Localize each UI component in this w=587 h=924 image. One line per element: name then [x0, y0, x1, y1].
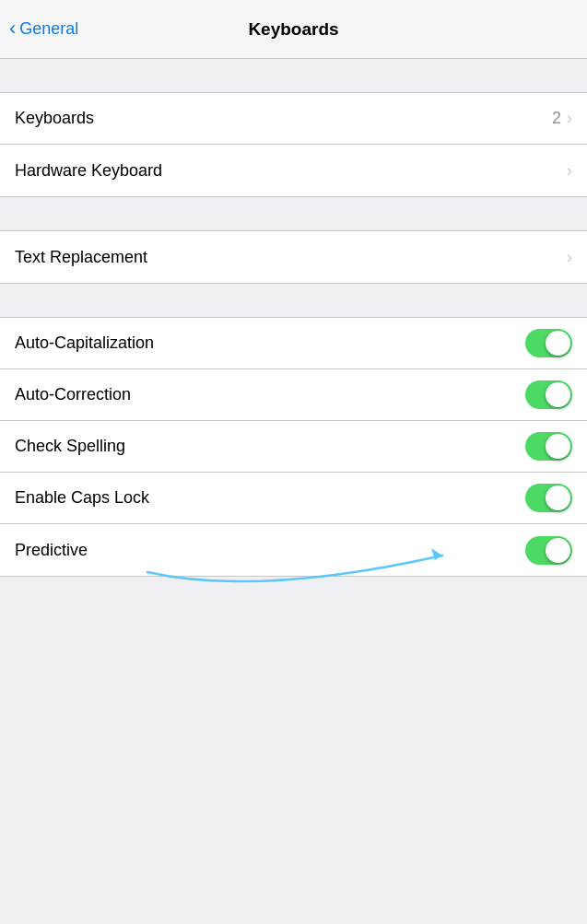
row-right-check-spelling	[525, 432, 572, 461]
group-keyboards: Keyboards2›Hardware Keyboard›	[0, 92, 587, 197]
toggle-enable-caps-lock[interactable]	[525, 484, 572, 512]
value-keyboards: 2	[552, 109, 561, 128]
row-auto-correction[interactable]: Auto-Correction	[0, 369, 587, 421]
row-check-spelling[interactable]: Check Spelling	[0, 421, 587, 473]
section-spacer-0	[0, 59, 587, 92]
label-enable-caps-lock: Enable Caps Lock	[15, 488, 149, 508]
nav-bar: ‹ General Keyboards	[0, 0, 587, 59]
row-right-predictive	[525, 536, 572, 565]
row-predictive[interactable]: Predictive	[0, 524, 587, 576]
page-title: Keyboards	[248, 19, 338, 40]
toggle-auto-correction[interactable]	[525, 380, 572, 409]
bottom-spacer	[0, 577, 587, 610]
group-text: Text Replacement›	[0, 230, 587, 284]
toggle-auto-capitalization[interactable]	[525, 329, 572, 357]
row-right-auto-correction	[525, 380, 572, 409]
row-right-auto-capitalization	[525, 329, 572, 357]
toggle-predictive[interactable]	[525, 536, 572, 565]
settings-container: Keyboards2›Hardware Keyboard›Text Replac…	[0, 59, 587, 610]
group-toggles: Auto-CapitalizationAuto-CorrectionCheck …	[0, 317, 587, 577]
row-auto-capitalization[interactable]: Auto-Capitalization	[0, 318, 587, 369]
row-right-hardware-keyboard: ›	[567, 161, 572, 181]
label-hardware-keyboard: Hardware Keyboard	[15, 161, 162, 181]
label-keyboards: Keyboards	[15, 109, 94, 128]
section-spacer-1	[0, 197, 587, 230]
row-right-enable-caps-lock	[525, 484, 572, 512]
toggle-check-spelling[interactable]	[525, 432, 572, 461]
row-text-replacement[interactable]: Text Replacement›	[0, 231, 587, 283]
chevron-icon-hardware-keyboard: ›	[567, 161, 572, 181]
row-right-text-replacement: ›	[567, 248, 572, 267]
toggle-knob-auto-capitalization	[546, 331, 570, 356]
row-keyboards[interactable]: Keyboards2›	[0, 93, 587, 145]
chevron-icon-text-replacement: ›	[567, 248, 572, 267]
row-hardware-keyboard[interactable]: Hardware Keyboard›	[0, 145, 587, 196]
row-enable-caps-lock[interactable]: Enable Caps Lock	[0, 473, 587, 524]
row-right-keyboards: 2›	[552, 109, 572, 128]
label-auto-capitalization: Auto-Capitalization	[15, 333, 154, 353]
back-label: General	[19, 19, 78, 39]
toggle-knob-auto-correction	[546, 382, 570, 407]
toggle-knob-enable-caps-lock	[546, 485, 570, 510]
section-spacer-2	[0, 284, 587, 317]
back-button[interactable]: ‹ General	[9, 19, 78, 39]
label-text-replacement: Text Replacement	[15, 248, 147, 267]
label-auto-correction: Auto-Correction	[15, 385, 131, 404]
label-predictive: Predictive	[15, 541, 88, 560]
toggle-knob-predictive	[546, 538, 570, 563]
back-chevron-icon: ‹	[9, 18, 16, 39]
toggle-knob-check-spelling	[546, 434, 570, 459]
label-check-spelling: Check Spelling	[15, 437, 125, 456]
chevron-icon-keyboards: ›	[567, 109, 572, 128]
